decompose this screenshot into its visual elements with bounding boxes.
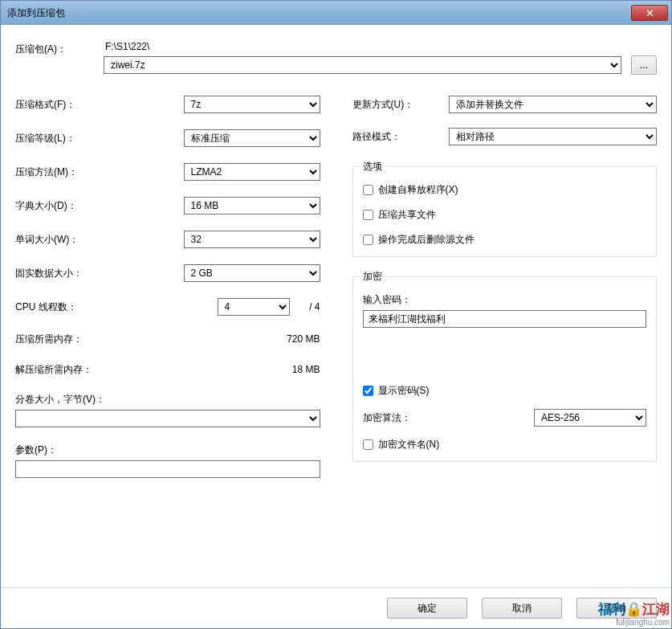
columns: 压缩格式(F)： 7z 压缩等级(L)： 标准压缩 压缩方法(M)： LZMA2 (15, 96, 657, 478)
update-combo[interactable]: 添加并替换文件 (449, 96, 658, 113)
showpass-row[interactable]: 显示密码(S) (363, 384, 647, 398)
archive-filename-combo[interactable]: ziwei.7z (104, 56, 621, 74)
word-combo[interactable]: 32 (184, 231, 320, 248)
close-icon: ✕ (646, 7, 654, 19)
mem-decompress-label: 解压缩所需内存： (15, 363, 292, 377)
update-row: 更新方式(U)： 添加并替换文件 (352, 96, 658, 113)
encryption-legend: 加密 (360, 270, 385, 284)
level-combo[interactable]: 标准压缩 (184, 129, 320, 147)
pathmode-label: 路径模式： (352, 130, 449, 144)
format-combo[interactable]: 7z (184, 96, 320, 113)
delete-checkbox-row[interactable]: 操作完成后删除源文件 (363, 233, 647, 247)
split-label: 分卷大小，字节(V)： (15, 393, 320, 406)
word-row: 单词大小(W)： 32 (15, 231, 320, 248)
method-row: 压缩方法(M)： LZMA2 (15, 163, 320, 181)
params-label: 参数(P)： (15, 443, 320, 457)
footer: 确定 取消 帮助 福利🔒江湖 fulijianghu.com (1, 587, 671, 628)
right-column: 更新方式(U)： 添加并替换文件 路径模式： 相对路径 选项 创建自释放程序 (352, 96, 658, 478)
sfx-checkbox[interactable] (363, 185, 373, 195)
params-section: 参数(P)： (15, 443, 320, 478)
level-row: 压缩等级(L)： 标准压缩 (15, 129, 320, 147)
shared-checkbox-row[interactable]: 压缩共享文件 (363, 208, 647, 222)
sfx-checkbox-row[interactable]: 创建自释放程序(X) (363, 183, 647, 197)
showpass-label: 显示密码(S) (378, 384, 430, 398)
solid-row: 固实数据大小： 2 GB (15, 264, 320, 282)
titlebar: 添加到压缩包 ✕ (1, 1, 671, 25)
update-label: 更新方式(U)： (352, 98, 449, 112)
options-legend: 选项 (360, 160, 385, 174)
content-area: 压缩包(A)： F:\S1\222\ ziwei.7z ... 压缩格式(F)：… (1, 25, 671, 587)
window-title: 添加到压缩包 (7, 6, 631, 20)
word-label: 单词大小(W)： (15, 233, 184, 247)
pathmode-row: 路径模式： 相对路径 (352, 128, 658, 145)
format-label: 压缩格式(F)： (15, 98, 184, 112)
archive-combo-row: ziwei.7z ... (104, 55, 657, 75)
mem-compress-value: 720 MB (287, 333, 320, 345)
solid-combo[interactable]: 2 GB (184, 264, 320, 282)
dialog-window: 添加到压缩包 ✕ 压缩包(A)： F:\S1\222\ ziwei.7z ...… (0, 0, 672, 629)
spacer (15, 478, 657, 579)
shared-label: 压缩共享文件 (378, 208, 436, 222)
password-label: 输入密码： (363, 293, 647, 307)
threads-total: / 4 (296, 301, 320, 312)
password-input[interactable] (363, 310, 647, 328)
encnames-row[interactable]: 加密文件名(N) (363, 438, 647, 451)
left-column: 压缩格式(F)： 7z 压缩等级(L)： 标准压缩 压缩方法(M)： LZMA2 (15, 96, 320, 478)
help-button[interactable]: 帮助 (576, 598, 657, 619)
mem-compress-row: 压缩所需内存： 720 MB (15, 332, 320, 346)
method-combo[interactable]: LZMA2 (184, 163, 320, 181)
params-input[interactable] (15, 460, 320, 478)
shared-checkbox[interactable] (363, 210, 373, 220)
enc-method-label: 加密算法： (363, 411, 535, 425)
browse-button[interactable]: ... (631, 55, 657, 75)
delete-label: 操作完成后删除源文件 (378, 233, 474, 247)
encnames-label: 加密文件名(N) (378, 438, 440, 451)
archive-path-section: F:\S1\222\ ziwei.7z ... (104, 41, 657, 75)
options-fieldset: 选项 创建自释放程序(X) 压缩共享文件 操作完成后删除源文件 (352, 160, 658, 257)
format-row: 压缩格式(F)： 7z (15, 96, 320, 113)
showpass-checkbox[interactable] (363, 386, 373, 396)
dict-row: 字典大小(D)： 16 MB (15, 197, 320, 214)
split-section: 分卷大小，字节(V)： (15, 393, 320, 427)
threads-row: CPU 线程数： 4 / 4 (15, 298, 320, 316)
threads-combo[interactable]: 4 (218, 298, 290, 316)
watermark-url: fulijianghu.com (616, 618, 670, 627)
method-label: 压缩方法(M)： (15, 165, 184, 179)
archive-row: 压缩包(A)： F:\S1\222\ ziwei.7z ... (15, 41, 657, 75)
level-label: 压缩等级(L)： (15, 132, 184, 145)
cancel-button[interactable]: 取消 (482, 598, 562, 619)
dict-combo[interactable]: 16 MB (184, 197, 320, 214)
dict-label: 字典大小(D)： (15, 199, 184, 213)
encnames-checkbox[interactable] (363, 439, 373, 450)
threads-label: CPU 线程数： (15, 300, 218, 314)
split-combo[interactable] (15, 410, 320, 427)
archive-path: F:\S1\222\ (104, 41, 657, 52)
archive-label: 压缩包(A)： (15, 41, 104, 56)
enc-method-combo[interactable]: AES-256 (534, 409, 646, 427)
close-button[interactable]: ✕ (631, 5, 668, 21)
ok-button[interactable]: 确定 (387, 598, 467, 619)
mem-compress-label: 压缩所需内存： (15, 333, 287, 346)
sfx-label: 创建自释放程序(X) (378, 183, 458, 197)
solid-label: 固实数据大小： (15, 267, 184, 280)
mem-decompress-value: 18 MB (292, 364, 320, 375)
delete-checkbox[interactable] (363, 235, 373, 245)
encryption-fieldset: 加密 输入密码： 显示密码(S) 加密算法： AES-256 (352, 270, 658, 462)
enc-method-row: 加密算法： AES-256 (363, 409, 647, 427)
mem-decompress-row: 解压缩所需内存： 18 MB (15, 362, 320, 377)
pathmode-combo[interactable]: 相对路径 (449, 128, 658, 145)
